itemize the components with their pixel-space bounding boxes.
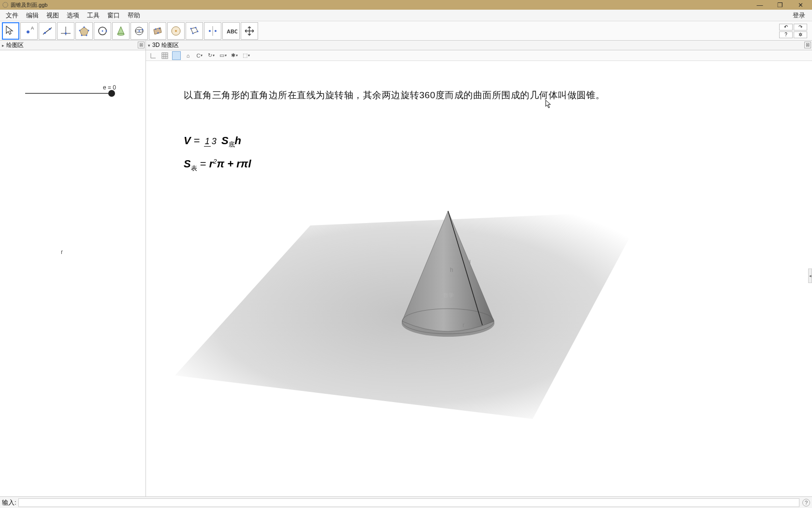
minimize-button[interactable]: — bbox=[754, 1, 766, 9]
menu-options[interactable]: 选项 bbox=[63, 10, 83, 21]
svg-marker-9 bbox=[80, 27, 88, 35]
collapse-icon: ▸ bbox=[2, 43, 4, 48]
svg-point-33 bbox=[192, 32, 194, 34]
rotate-dropdown[interactable]: ↻ bbox=[207, 51, 216, 60]
slider-e[interactable]: e = 0 bbox=[25, 93, 112, 94]
capture-dropdown[interactable]: C bbox=[195, 51, 204, 60]
menu-view[interactable]: 视图 bbox=[43, 10, 63, 21]
menu-help[interactable]: 帮助 bbox=[124, 10, 144, 21]
tool-move-view[interactable] bbox=[241, 22, 258, 40]
cone-l-label: l bbox=[469, 259, 471, 266]
close-button[interactable]: ✕ bbox=[795, 1, 806, 9]
menu-tools[interactable]: 工具 bbox=[83, 10, 103, 21]
3d-panel-header[interactable]: ▾ 3D 绘图区 ⊠ bbox=[146, 41, 812, 50]
graphics-panel-header[interactable]: ▸ 绘图区 ⊠ bbox=[0, 41, 145, 50]
tool-reflect[interactable] bbox=[204, 22, 221, 40]
slider-thumb[interactable] bbox=[108, 90, 115, 97]
cone-r-label: r bbox=[463, 322, 464, 329]
window-titlebar: 圆锥及剖面.ggb — ❐ ✕ bbox=[0, 0, 812, 10]
svg-point-32 bbox=[197, 30, 199, 32]
clip-dropdown[interactable]: ▭ bbox=[218, 51, 227, 60]
svg-point-1 bbox=[27, 30, 29, 33]
svg-text:A: A bbox=[31, 26, 34, 30]
redo-button[interactable]: ↷ bbox=[794, 24, 807, 30]
undo-redo-group: ↶ ↷ ? ✲ bbox=[779, 24, 807, 38]
svg-point-4 bbox=[44, 32, 46, 34]
maximize-button[interactable]: ❐ bbox=[774, 1, 786, 9]
graphics-r-label: r bbox=[61, 249, 63, 255]
svg-point-0 bbox=[3, 2, 8, 8]
home-button[interactable]: ⌂ bbox=[184, 51, 192, 60]
graphics-panel: ▸ 绘图区 ⊠ e = 0 r bbox=[0, 41, 146, 496]
input-label: 输入: bbox=[2, 498, 16, 507]
tool-point[interactable]: A bbox=[20, 22, 38, 40]
svg-rect-45 bbox=[174, 53, 179, 58]
svg-point-13 bbox=[81, 34, 83, 36]
grid-toggle[interactable] bbox=[160, 51, 169, 60]
undo-button[interactable]: ↶ bbox=[779, 24, 793, 30]
window-title: 圆锥及剖面.ggb bbox=[11, 1, 754, 9]
input-help-button[interactable]: ? bbox=[802, 499, 810, 507]
svg-point-12 bbox=[86, 34, 87, 36]
toolbar-help-button[interactable]: ? bbox=[779, 31, 793, 38]
3d-graphics-panel: ▾ 3D 绘图区 ⊠ ⌂ C ↻ ▭ ✱ ⬚ 以直角三角形的直角边所在直线为旋转… bbox=[146, 41, 812, 496]
tool-pyramid[interactable] bbox=[167, 22, 185, 40]
tool-line[interactable] bbox=[39, 22, 56, 40]
tool-net[interactable] bbox=[186, 22, 203, 40]
proj-dropdown[interactable]: ✱ bbox=[230, 51, 239, 60]
plane-toggle[interactable] bbox=[172, 51, 181, 60]
svg-point-18 bbox=[117, 33, 124, 35]
svg-point-21 bbox=[139, 30, 140, 31]
tool-sphere[interactable] bbox=[130, 22, 148, 40]
svg-point-35 bbox=[209, 30, 211, 32]
formula-volume: V = 13 S底h bbox=[184, 134, 251, 149]
svg-point-22 bbox=[142, 29, 144, 30]
3d-sub-toolbar: ⌂ C ↻ ▭ ✱ ⬚ bbox=[146, 50, 812, 61]
tool-text[interactable]: ABC bbox=[222, 22, 240, 40]
svg-point-28 bbox=[175, 30, 177, 32]
menu-file[interactable]: 文件 bbox=[2, 10, 22, 21]
svg-point-11 bbox=[88, 30, 89, 31]
menu-bar: 文件 编辑 视图 选项 工具 窗口 帮助 登录 bbox=[0, 10, 812, 21]
svg-point-25 bbox=[159, 28, 160, 29]
svg-point-17 bbox=[106, 30, 107, 31]
svg-point-14 bbox=[79, 30, 81, 31]
graphics-panel-close[interactable]: ⊠ bbox=[138, 42, 145, 48]
svg-point-36 bbox=[215, 30, 217, 32]
axes-toggle[interactable] bbox=[149, 51, 158, 60]
menu-edit[interactable]: 编辑 bbox=[22, 10, 43, 21]
slider-e-label: e = 0 bbox=[103, 84, 116, 91]
tool-plane[interactable] bbox=[149, 22, 166, 40]
collapse-icon: ▾ bbox=[148, 43, 150, 48]
input-bar: 输入: ? bbox=[0, 496, 812, 508]
watermark: 数学 bbox=[443, 292, 454, 298]
3d-viewport[interactable]: 以直角三角形的直角边所在直线为旋转轴，其余两边旋转360度而成的曲面所围成的几何… bbox=[146, 61, 812, 496]
view-dropdown[interactable]: ⬚ bbox=[242, 51, 250, 60]
svg-rect-40 bbox=[162, 53, 168, 59]
tool-polygon[interactable] bbox=[75, 22, 93, 40]
graphics-panel-title: 绘图区 bbox=[6, 41, 24, 49]
login-link[interactable]: 登录 bbox=[788, 10, 810, 21]
svg-point-10 bbox=[84, 26, 85, 28]
cone-h-label: h bbox=[450, 267, 453, 273]
3d-scene: h l r 数学 bbox=[165, 167, 663, 429]
tool-circle[interactable] bbox=[94, 22, 111, 40]
svg-text:ABC: ABC bbox=[227, 29, 237, 34]
graphics-canvas[interactable]: e = 0 r bbox=[0, 50, 145, 496]
side-expand-tab[interactable]: ◂ bbox=[808, 269, 812, 283]
menu-window[interactable]: 窗口 bbox=[103, 10, 124, 21]
toolbar-settings-button[interactable]: ✲ bbox=[794, 31, 807, 38]
svg-point-8 bbox=[65, 32, 67, 34]
app-icon bbox=[2, 1, 9, 8]
svg-point-30 bbox=[190, 28, 192, 29]
tool-move[interactable] bbox=[2, 22, 19, 40]
command-input[interactable] bbox=[18, 498, 799, 507]
slider-track[interactable] bbox=[25, 93, 112, 94]
3d-panel-title: 3D 绘图区 bbox=[152, 41, 179, 49]
tool-perpendicular[interactable] bbox=[57, 22, 74, 40]
svg-point-31 bbox=[195, 27, 197, 28]
3d-panel-close[interactable]: ⊠ bbox=[804, 42, 811, 48]
tool-intersect-curve[interactable] bbox=[112, 22, 130, 40]
main-toolbar: A ABC ↶ ↷ ? ✲ bbox=[0, 21, 812, 41]
svg-point-16 bbox=[102, 30, 103, 31]
